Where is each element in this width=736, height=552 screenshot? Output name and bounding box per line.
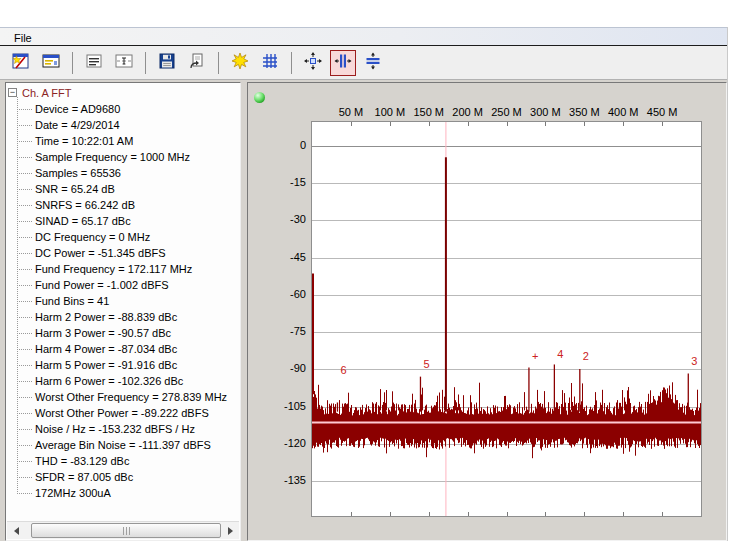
tree-item[interactable]: Fund Frequency = 172.117 MHz: [35, 261, 192, 277]
x-tick-label: 250 M: [491, 106, 522, 118]
tree-connector-stub: [17, 141, 32, 142]
graph-display-button[interactable]: [111, 50, 137, 76]
scroll-right-button[interactable]: [222, 522, 239, 539]
fit-y-icon: [363, 51, 383, 74]
fft-spectrum-svg: 65+423: [312, 122, 701, 516]
toolbar-separator: [218, 52, 219, 74]
tree-connector-stub: [17, 157, 32, 158]
y-tick-label: -120: [248, 437, 306, 449]
harmonic-marker-label: 6: [340, 364, 346, 376]
text-display-button[interactable]: [81, 50, 107, 76]
fit-x-button[interactable]: [330, 50, 356, 76]
save-icon: [157, 51, 177, 74]
tree-item[interactable]: Average Bin Noise = -111.397 dBFS: [35, 437, 211, 453]
toolbar-separator: [145, 52, 146, 74]
tree-item[interactable]: 172MHz 300uA: [35, 485, 111, 501]
tree-item[interactable]: Fund Power = -1.002 dBFS: [35, 277, 169, 293]
update-button[interactable]: [227, 50, 253, 76]
tree-item[interactable]: Worst Other Frequency = 278.839 MHz: [35, 389, 227, 405]
grid-icon: [260, 51, 280, 74]
harmonic-marker-label: +: [532, 350, 538, 362]
x-tick-label: 200 M: [452, 106, 483, 118]
tree-connector-stub: [17, 173, 32, 174]
tree-connector-stub: [17, 413, 32, 414]
fit-x-icon: [333, 51, 353, 74]
scroll-right-icon: [228, 527, 237, 535]
new-canvas-icon: [11, 51, 31, 74]
x-tick-label: 350 M: [569, 106, 600, 118]
tree-item[interactable]: Fund Bins = 41: [35, 293, 109, 309]
tree-connector-stub: [17, 221, 32, 222]
toolbar-separator: [291, 52, 292, 74]
scroll-left-icon: [10, 527, 19, 535]
x-tick-label: 50 M: [339, 106, 363, 118]
x-tick-label: 300 M: [530, 106, 561, 118]
y-tick-label: -90: [248, 362, 306, 374]
tree-connector-stub: [17, 109, 32, 110]
tree-item[interactable]: Noise / Hz = -153.232 dBFS / Hz: [35, 421, 195, 437]
tree-item[interactable]: SNR = 65.24 dB: [35, 181, 115, 197]
tree-connector-stub: [17, 493, 32, 494]
tree-connector-stub: [17, 237, 32, 238]
tree-item[interactable]: DC Frequency = 0 MHz: [35, 229, 150, 245]
y-tick-label: -15: [248, 176, 306, 188]
x-tick-label: 450 M: [647, 106, 678, 118]
scroll-left-button[interactable]: [7, 522, 24, 539]
tree-item[interactable]: Harm 2 Power = -88.839 dBc: [35, 309, 177, 325]
tree-connector-stub: [17, 205, 32, 206]
tree-item[interactable]: Time = 10:22:01 AM: [35, 133, 133, 149]
tree-connector-stub: [17, 253, 32, 254]
tree-item[interactable]: SNRFS = 66.242 dB: [35, 197, 135, 213]
graph-display-icon: [114, 51, 134, 74]
tree-item[interactable]: Device = AD9680: [35, 101, 120, 117]
tree-horizontal-scrollbar[interactable]: [7, 521, 239, 539]
tree-root-label: Ch. A FFT: [22, 85, 72, 101]
tree-connector-stub: [17, 189, 32, 190]
display-settings-button[interactable]: [38, 50, 64, 76]
fft-plot[interactable]: 65+423: [311, 121, 702, 517]
fit-all-icon: [303, 51, 323, 74]
tree-connector-stub: [17, 269, 32, 270]
tree-item[interactable]: Samples = 65536: [35, 165, 121, 181]
results-tree-panel[interactable]: −Ch. A FFTDevice = AD9680Date = 4/29/201…: [5, 82, 241, 541]
export-button[interactable]: [184, 50, 210, 76]
tree-connector-stub: [17, 301, 32, 302]
tree-item[interactable]: Harm 5 Power = -91.916 dBc: [35, 357, 177, 373]
toolbar: [0, 46, 727, 80]
tree-connector-stub: [17, 429, 32, 430]
new-canvas-button[interactable]: [8, 50, 34, 76]
tree-item[interactable]: SINAD = 65.17 dBc: [35, 213, 131, 229]
scrollbar-thumb[interactable]: [31, 523, 221, 538]
harmonic-marker-label: 3: [691, 355, 697, 367]
tree-connector-stub: [17, 445, 32, 446]
tree-item[interactable]: Harm 6 Power = -102.326 dBc: [35, 373, 183, 389]
fit-all-button[interactable]: [300, 50, 326, 76]
tree-item[interactable]: Worst Other Power = -89.222 dBFS: [35, 405, 209, 421]
tree-item[interactable]: SFDR = 87.005 dBc: [35, 469, 133, 485]
tree-connector-stub: [17, 365, 32, 366]
toolbar-separator: [72, 52, 73, 74]
tree-item[interactable]: Date = 4/29/2014: [35, 117, 120, 133]
save-button[interactable]: [154, 50, 180, 76]
y-tick-label: -135: [248, 474, 306, 486]
tree-item[interactable]: Harm 3 Power = -90.57 dBc: [35, 325, 171, 341]
fft-plot-panel: 50 M100 M150 M200 M250 M300 M350 M400 M4…: [247, 82, 727, 541]
tree-expander-icon[interactable]: −: [8, 88, 17, 97]
fit-y-button[interactable]: [360, 50, 386, 76]
tree-item[interactable]: Harm 4 Power = -87.034 dBc: [35, 341, 177, 357]
export-icon: [187, 51, 207, 74]
grid-button[interactable]: [257, 50, 283, 76]
tree-item[interactable]: THD = -83.129 dBc: [35, 453, 129, 469]
status-led: [254, 92, 265, 103]
y-tick-label: -60: [248, 288, 306, 300]
y-tick-label: -105: [248, 400, 306, 412]
tree-connector-stub: [17, 461, 32, 462]
y-tick-label: -45: [248, 251, 306, 263]
x-tick-label: 150 M: [413, 106, 444, 118]
tree-item[interactable]: Sample Frequency = 1000 MHz: [35, 149, 190, 165]
menu-file[interactable]: File: [7, 30, 39, 47]
menu-bar: File: [0, 27, 727, 46]
tree-item[interactable]: DC Power = -51.345 dBFS: [35, 245, 166, 261]
tree-connector-stub: [17, 349, 32, 350]
x-tick-label: 100 M: [375, 106, 406, 118]
